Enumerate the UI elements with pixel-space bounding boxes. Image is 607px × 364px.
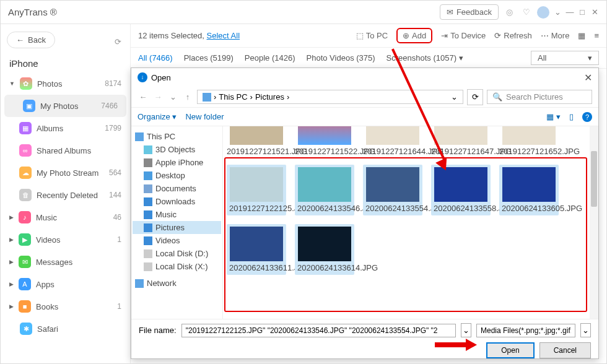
maximize-icon[interactable]: □	[578, 7, 587, 17]
scrollbar[interactable]	[590, 126, 598, 319]
tree-disk-d[interactable]: Local Disk (D:)	[133, 247, 221, 260]
nav-apps[interactable]: ▶AApps	[1, 273, 130, 295]
nav-recent[interactable]: 🗑Recently Deleted144	[1, 184, 130, 206]
nav-videos[interactable]: ▶▶Videos1	[1, 228, 130, 251]
safari-icon: ✱	[20, 323, 32, 335]
breadcrumb[interactable]: › This PC› Pictures› ⌄	[197, 90, 463, 104]
list-view-icon[interactable]: ≡	[594, 31, 599, 40]
chevron-down-icon[interactable]: ⌄	[451, 92, 458, 102]
disk-icon	[144, 262, 152, 271]
up-icon[interactable]: ↑	[182, 92, 193, 102]
tree-3d[interactable]: 3D Objects	[133, 143, 221, 156]
filename-input[interactable]	[181, 324, 456, 337]
back-button[interactable]: ←Back	[7, 32, 55, 48]
refresh-button[interactable]: ⟳Refresh	[494, 31, 532, 40]
search-input[interactable]: 🔍Search Pictures	[487, 90, 592, 104]
selection-text: 12 items Selected,	[138, 31, 207, 40]
tree-downloads[interactable]: Downloads	[133, 195, 221, 208]
new-folder-button[interactable]: New folder	[185, 112, 224, 121]
music-icon	[144, 210, 152, 219]
arrow-left-icon: ←	[16, 35, 24, 45]
view-mode-icon[interactable]: ▦ ▾	[546, 112, 561, 121]
filetype-dropdown-icon[interactable]: ⌄	[580, 323, 591, 337]
tree-desktop[interactable]: Desktop	[133, 169, 221, 182]
to-pc-button[interactable]: ⬚To PC	[356, 31, 388, 40]
nav-books[interactable]: ▶■Books1	[1, 295, 130, 318]
tree-videos[interactable]: Videos	[133, 234, 221, 247]
organize-menu[interactable]: Organize ▾	[138, 112, 177, 121]
help-icon[interactable]: ◎	[502, 6, 516, 19]
refresh-icon[interactable]: ⟳	[115, 37, 121, 46]
history-icon[interactable]: ⌄	[167, 92, 178, 102]
tree-disk-x[interactable]: Local Disk (X:)	[133, 260, 221, 273]
dialog-title: Open	[151, 73, 171, 82]
tree-this-pc[interactable]: This PC	[133, 130, 221, 143]
filetype-select[interactable]	[476, 324, 575, 337]
cube-icon	[144, 145, 152, 154]
tree-iphone[interactable]: Apple iPhone	[133, 156, 221, 169]
to-device-button[interactable]: ⇥To Device	[441, 31, 486, 40]
avatar[interactable]	[537, 6, 549, 19]
plus-icon: ⊕	[403, 31, 409, 40]
cancel-button[interactable]: Cancel	[539, 342, 591, 358]
close-icon[interactable]: ✕	[584, 72, 592, 84]
arrow-head-icon	[466, 339, 477, 351]
tree-docs[interactable]: Documents	[133, 182, 221, 195]
filter-photo-videos[interactable]: Photo Videos (375)	[307, 53, 375, 63]
preview-pane-icon[interactable]: ▯	[569, 112, 574, 121]
disk-icon	[144, 249, 152, 258]
open-button[interactable]: Open	[486, 342, 534, 358]
desktop-icon	[144, 171, 152, 180]
nav-shared[interactable]: ∞Shared Albums	[1, 139, 130, 162]
filter-dropdown[interactable]: All▾	[531, 51, 599, 65]
chevron-down-icon[interactable]: ⌄	[553, 7, 562, 17]
file-item[interactable]: 20191227121652.JPG	[499, 126, 559, 156]
grid-view-icon[interactable]: ▦	[578, 31, 585, 40]
phone-icon	[144, 158, 152, 167]
albums-icon: ▦	[19, 122, 32, 134]
minimize-icon[interactable]: —	[566, 7, 574, 17]
envelope-icon: ✉	[447, 7, 453, 17]
back-icon[interactable]: ←	[138, 92, 149, 102]
export-icon: ⬚	[356, 31, 364, 40]
nav-photos[interactable]: ▼✿Photos8174	[1, 72, 130, 95]
scrollbar-thumb[interactable]	[591, 151, 597, 207]
chevron-right-icon: ▶	[9, 281, 14, 287]
nav-messages[interactable]: ▶✉Messages	[1, 251, 130, 273]
nav-stream[interactable]: ☁My Photo Stream564	[1, 162, 130, 184]
filter-people[interactable]: People (1426)	[245, 53, 295, 63]
select-all-link[interactable]: Select All	[207, 31, 240, 40]
more-button[interactable]: ⋯More	[541, 31, 570, 40]
filter-bar: All (7466) Places (5199) People (1426) P…	[131, 48, 606, 69]
refresh-icon[interactable]: ⟳	[467, 89, 483, 105]
music-icon: ♪	[19, 211, 31, 223]
filename-label: File name:	[139, 326, 177, 335]
file-item[interactable]: 20191227121521.JPG	[227, 126, 286, 156]
tree-music[interactable]: Music	[133, 208, 221, 221]
file-item[interactable]: 20191227121644.JPG	[363, 126, 422, 156]
content-toolbar: 12 items Selected, Select All ⬚To PC ⊕Ad…	[131, 24, 606, 48]
filter-all[interactable]: All (7466)	[138, 53, 173, 63]
tshirt-icon[interactable]: ♡	[520, 6, 533, 19]
nav-music[interactable]: ▶♪Music46	[1, 206, 130, 228]
tree-network[interactable]: Network	[133, 277, 221, 290]
nav-my-photos[interactable]: ▣My Photos7466	[4, 95, 126, 117]
add-button[interactable]: ⊕Add	[396, 28, 432, 43]
nav-albums[interactable]: ▦Albums1799	[1, 117, 130, 139]
trash-icon: 🗑	[19, 189, 32, 201]
filename-dropdown-icon[interactable]: ⌄	[461, 323, 471, 337]
tree-pictures[interactable]: Pictures	[133, 221, 221, 234]
file-grid: 20191227121521.JPG 20191227121522.JPG 20…	[223, 126, 598, 319]
nav-safari[interactable]: ✱Safari	[1, 318, 130, 340]
chevron-down-icon: ▼	[9, 80, 15, 87]
folder-tree: This PC 3D Objects Apple iPhone Desktop …	[131, 126, 223, 319]
close-icon[interactable]: ✕	[590, 7, 599, 17]
chevron-right-icon: ▶	[9, 214, 14, 220]
help-icon[interactable]: ?	[582, 112, 592, 122]
chevron-right-icon: ▶	[9, 236, 14, 243]
feedback-button[interactable]: ✉Feedback	[440, 4, 499, 20]
file-item[interactable]: 20191227121522.JPG	[295, 126, 354, 156]
filter-places[interactable]: Places (5199)	[184, 53, 234, 63]
refresh-icon: ⟳	[494, 31, 501, 40]
forward-icon[interactable]: →	[152, 92, 164, 102]
